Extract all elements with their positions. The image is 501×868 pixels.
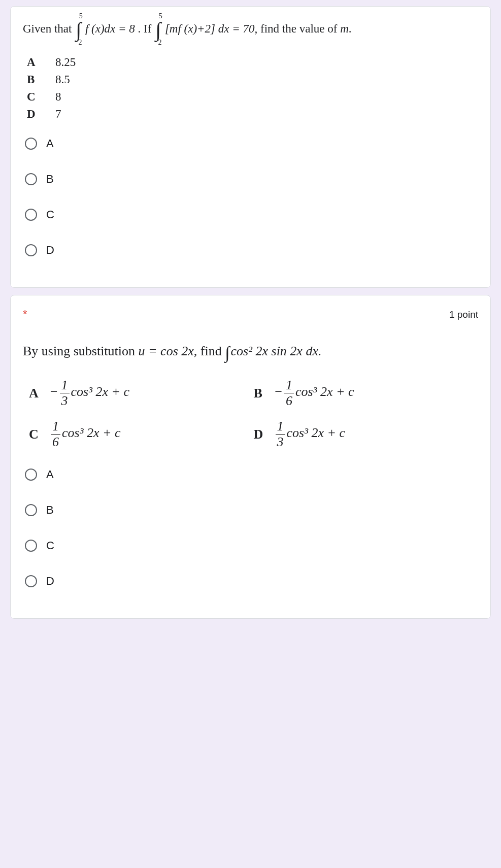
table-row: A 8.25 bbox=[27, 56, 478, 69]
integral-icon: ∫ bbox=[225, 339, 229, 366]
table-row: D 13cos³ 2x + c bbox=[254, 419, 479, 450]
q1-middle: . If bbox=[138, 22, 155, 35]
radio-option-d[interactable]: D bbox=[23, 569, 478, 594]
q1-integral1: 5 ∫ 2 bbox=[76, 19, 81, 41]
table-row: A −13cos³ 2x + c bbox=[29, 378, 254, 409]
radio-option-b[interactable]: B bbox=[23, 166, 478, 192]
radio-option-d[interactable]: D bbox=[23, 238, 478, 263]
table-row: C 8 bbox=[27, 90, 478, 104]
question1-text: Given that 5 ∫ 2 f (x)dx = 8 . If 5 ∫ 2 … bbox=[23, 19, 478, 41]
radio-icon bbox=[25, 575, 37, 587]
q2-sub: u = cos 2x, bbox=[139, 344, 197, 358]
radio-option-b[interactable]: B bbox=[23, 497, 478, 523]
required-marker: * bbox=[23, 308, 27, 321]
radio-icon bbox=[25, 173, 37, 185]
q2-int-body: cos² 2x sin 2x dx. bbox=[231, 344, 322, 358]
table-row: D 7 bbox=[27, 108, 478, 121]
q2-options: A B C D bbox=[23, 462, 478, 594]
radio-option-c[interactable]: C bbox=[23, 533, 478, 558]
table-row: B 8.5 bbox=[27, 73, 478, 86]
points-label: 1 point bbox=[449, 309, 478, 320]
radio-icon bbox=[25, 244, 37, 256]
q2-mid: find bbox=[201, 344, 225, 358]
q1-integral2: 5 ∫ 2 bbox=[155, 19, 161, 41]
radio-icon bbox=[25, 469, 37, 481]
radio-icon bbox=[25, 209, 37, 221]
radio-icon bbox=[25, 138, 37, 150]
q2-answer-grid: A −13cos³ 2x + c B −16cos³ 2x + c C 16co… bbox=[29, 378, 478, 450]
radio-option-a[interactable]: A bbox=[23, 462, 478, 487]
radio-icon bbox=[25, 540, 37, 552]
integral-icon: ∫ bbox=[155, 21, 161, 39]
radio-option-a[interactable]: A bbox=[23, 131, 478, 156]
q1-int2-body: [mf (x)+2] dx = 70, bbox=[165, 22, 257, 35]
table-row: C 16cos³ 2x + c bbox=[29, 419, 254, 450]
q1-answer-table: A 8.25 B 8.5 C 8 D 7 bbox=[27, 56, 478, 121]
q2-header: * 1 point bbox=[23, 308, 478, 321]
q1-options: A B C D bbox=[23, 131, 478, 263]
radio-option-c[interactable]: C bbox=[23, 202, 478, 227]
question-card-1: Given that 5 ∫ 2 f (x)dx = 8 . If 5 ∫ 2 … bbox=[10, 6, 491, 288]
integral-icon: ∫ bbox=[76, 21, 81, 39]
question2-text: By using substitution u = cos 2x, find ∫… bbox=[23, 336, 478, 363]
radio-icon bbox=[25, 504, 37, 516]
q1-suffix: find the value of m. bbox=[260, 22, 352, 35]
q1-int1-body: f (x)dx = 8 bbox=[85, 22, 135, 35]
q1-prefix: Given that bbox=[23, 22, 75, 35]
table-row: B −16cos³ 2x + c bbox=[254, 378, 479, 409]
q2-prefix: By using substitution bbox=[23, 344, 139, 358]
question-card-2: * 1 point By using substitution u = cos … bbox=[10, 295, 491, 619]
